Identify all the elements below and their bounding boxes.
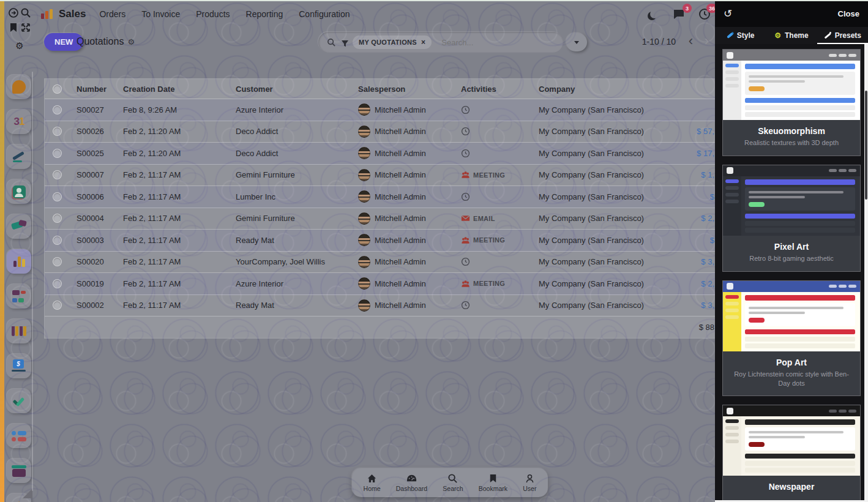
activity-cell[interactable]: EMAIL	[461, 214, 539, 223]
dock-item-user[interactable]: User	[523, 473, 536, 492]
sidebar-app-discuss[interactable]	[7, 75, 31, 99]
scrollbar-thumb[interactable]	[865, 91, 867, 200]
tab-presets[interactable]: Presets	[817, 27, 868, 44]
table-row[interactable]: S00007 Feb 2, 11:17 AM Gemini Furniture …	[45, 165, 717, 187]
activity-cell[interactable]: MEETING	[461, 170, 539, 179]
activities-clock-icon[interactable]: 36	[698, 7, 711, 21]
nav-item-reporting[interactable]: Reporting	[246, 9, 283, 19]
table-row[interactable]: S00019 Feb 2, 11:17 AM Azure Interior Mi…	[45, 273, 717, 295]
nav-item-orders[interactable]: Orders	[99, 9, 125, 19]
row-checkbox[interactable]	[53, 149, 62, 158]
column-activities[interactable]: Activities	[461, 84, 539, 94]
cell-creation-date: Feb 2, 11:17 AM	[123, 301, 236, 310]
table-row[interactable]: S00003 Feb 2, 11:17 AM Ready Mat Mitchel…	[45, 230, 717, 252]
remove-filter-icon[interactable]: ×	[421, 38, 425, 47]
close-button[interactable]: Close	[838, 9, 859, 18]
table-row[interactable]: S00027 Feb 8, 9:26 AM Azure Interior Mit…	[45, 99, 717, 121]
table-row[interactable]: S00020 Feb 2, 11:17 AM YourCompany, Joel…	[45, 252, 717, 274]
row-checkbox[interactable]	[53, 301, 62, 310]
activity-cell[interactable]	[461, 257, 539, 266]
activity-cell[interactable]	[461, 105, 539, 114]
expand-icon[interactable]	[20, 22, 31, 33]
column-customer[interactable]: Customer	[236, 84, 358, 94]
sidebar-app-contacts[interactable]	[7, 179, 31, 204]
row-checkbox[interactable]	[53, 127, 62, 136]
sidebar-app-crm[interactable]	[7, 214, 31, 239]
avatar	[358, 299, 370, 312]
app-brand[interactable]: Sales	[59, 8, 86, 20]
collapse-arrow-icon[interactable]	[8, 7, 19, 18]
sidebar-app-knowledge[interactable]	[7, 144, 31, 169]
gear-icon[interactable]: ⚙	[15, 40, 23, 51]
nav-item-products[interactable]: Products	[196, 9, 230, 19]
tab-theme[interactable]: ⚙Theme	[766, 27, 817, 44]
row-checkbox[interactable]	[53, 170, 62, 179]
column-creation-date[interactable]: Creation Date	[123, 84, 236, 94]
search-icon[interactable]	[20, 7, 31, 18]
preset-card-newspaper[interactable]: Newspaper	[722, 405, 861, 500]
preset-card-pop-art[interactable]: Pop ArtRoy Lichtenstein comic style with…	[722, 280, 861, 397]
cell-amount: $ 3,	[684, 257, 717, 266]
nav-item-configuration[interactable]: Configuration	[299, 9, 350, 19]
sidebar-app-accounting[interactable]: $	[7, 354, 31, 378]
activity-cell[interactable]	[461, 192, 539, 201]
column-salesperson[interactable]: Salesperson	[358, 84, 461, 94]
bookmark-icon	[488, 473, 498, 484]
activity-cell[interactable]: MEETING	[461, 279, 539, 288]
row-checkbox[interactable]	[53, 192, 62, 201]
preset-card-pixel-art[interactable]: Pixel ArtRetro 8-bit gaming aesthetic	[722, 165, 861, 272]
table-row[interactable]: S00006 Feb 2, 11:17 AM Lumber Inc Mitche…	[45, 186, 717, 208]
column-number[interactable]: Number	[69, 84, 123, 94]
search-input[interactable]	[440, 37, 557, 48]
dock-item-bookmark[interactable]: Bookmark	[479, 473, 507, 492]
tab-style[interactable]: Style	[715, 27, 766, 44]
table-row[interactable]: S00004 Feb 2, 11:17 AM Gemini Furniture …	[45, 208, 717, 230]
sidebar-app-timesheets[interactable]	[7, 424, 31, 448]
activity-cell[interactable]	[461, 127, 539, 136]
table-row[interactable]: S00025 Feb 2, 11:20 AM Deco Addict Mitch…	[45, 143, 717, 165]
panel-scrollbar[interactable]	[864, 44, 868, 502]
row-checkbox[interactable]	[53, 257, 62, 266]
cell-company: My Company (San Francisco)	[539, 301, 684, 310]
search-bar[interactable]: MY QUOTATIONS×	[318, 32, 563, 53]
preset-name: Skeuomorphism	[730, 126, 853, 136]
sidebar-app-point-of-sale[interactable]	[7, 319, 31, 343]
dark-mode-icon[interactable]	[650, 10, 659, 18]
pager-previous-button[interactable]: ‹	[689, 33, 693, 49]
clock-icon	[461, 105, 470, 114]
row-checkbox[interactable]	[53, 236, 62, 245]
filter-chip-my-quotations[interactable]: MY QUOTATIONS×	[353, 36, 432, 49]
activity-cell[interactable]	[461, 149, 539, 158]
reset-icon[interactable]: ↺	[724, 9, 732, 19]
preset-card-skeuomorphism[interactable]: SkeuomorphismRealistic textures with 3D …	[722, 49, 861, 156]
dock-item-home[interactable]: Home	[364, 473, 381, 492]
row-checkbox[interactable]	[53, 279, 62, 288]
search-dropdown-button[interactable]	[566, 33, 587, 51]
sidebar-app-sales[interactable]	[7, 249, 31, 274]
sidebar-app-inventory[interactable]	[7, 459, 31, 483]
cell-customer: Gemini Furniture	[236, 214, 358, 223]
theme-customizer-panel: ↺ Close Style ⚙Theme Presets Skeuomorphi…	[715, 0, 868, 502]
messages-icon[interactable]: 3	[672, 7, 686, 21]
view-settings-gear-icon[interactable]: ⚙	[127, 37, 135, 47]
sidebar-app-project[interactable]	[7, 389, 31, 413]
select-all-checkbox[interactable]	[53, 84, 62, 94]
row-checkbox[interactable]	[53, 105, 62, 114]
avatar	[358, 256, 370, 268]
column-company[interactable]: Company	[539, 84, 684, 94]
dock-item-search[interactable]: Search	[443, 473, 463, 492]
sidebar-app-calendar[interactable]: 31	[7, 110, 31, 134]
bookmark-icon[interactable]	[8, 22, 19, 33]
table-row[interactable]: S00002 Feb 2, 11:17 AM Ready Mat Mitchel…	[45, 295, 717, 317]
row-checkbox[interactable]	[53, 214, 62, 223]
nav-item-to-invoice[interactable]: To Invoice	[141, 9, 180, 19]
activity-cell[interactable]: MEETING	[461, 236, 539, 245]
activity-cell[interactable]	[461, 301, 539, 310]
dock-item-dashboard[interactable]: Dashboard	[396, 473, 427, 492]
pager-next-button[interactable]: ›	[705, 33, 709, 49]
sidebar-app-dashboards[interactable]	[7, 284, 31, 309]
dashboard-gauge-icon	[406, 473, 417, 484]
table-row[interactable]: S00026 Feb 2, 11:20 AM Deco Addict Mitch…	[45, 121, 717, 143]
cell-company: My Company (San Francisco)	[539, 279, 684, 288]
accounting-icon: $	[12, 359, 26, 373]
